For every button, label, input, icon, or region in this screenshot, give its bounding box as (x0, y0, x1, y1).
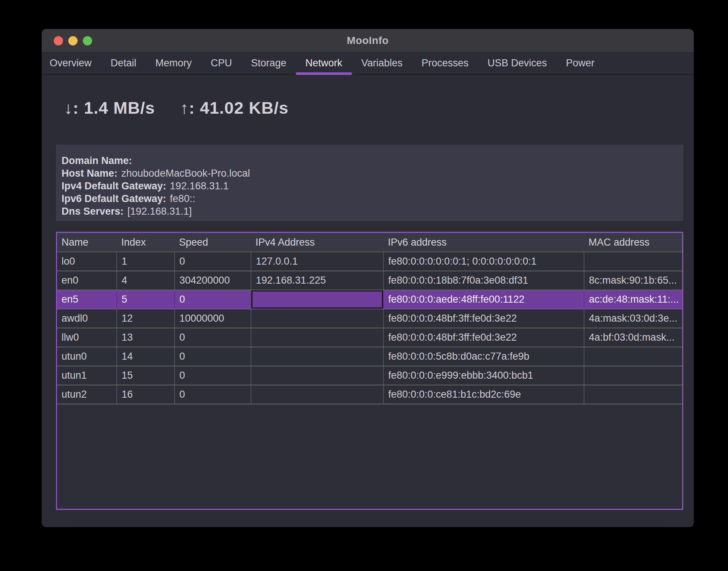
cell-index[interactable]: 1 (117, 252, 175, 271)
table-row[interactable]: en0 4 304200000 192.168.31.225 fe80:0:0:… (57, 271, 682, 290)
info-dns-servers: Dns Servers:[192.168.31.1] (62, 205, 683, 218)
info-label: Ipv6 Default Gateway: (62, 193, 166, 204)
cell-speed[interactable]: 0 (175, 385, 251, 404)
column-header-speed: Speed (175, 233, 251, 252)
tab-cpu[interactable]: CPU (211, 52, 232, 74)
cell-mac[interactable] (584, 252, 682, 271)
column-header-index: Index (117, 233, 175, 252)
table-row[interactable]: utun2 16 0 fe80:0:0:0:ce81:b1c:bd2c:69e (57, 385, 682, 404)
cell-name[interactable]: en0 (57, 271, 117, 290)
network-speed: ↓: 1.4 MB/s ↑: 41.02 KB/s (64, 98, 309, 118)
cell-speed[interactable]: 304200000 (175, 271, 251, 290)
info-value: zhoubodeMacBook-Pro.local (121, 168, 250, 179)
cell-name[interactable]: en5 (57, 290, 117, 309)
cell-ipv4-focused[interactable] (251, 290, 383, 309)
info-ipv4-gateway: Ipv4 Default Gateway:192.168.31.1 (62, 180, 683, 192)
cell-mac[interactable] (584, 366, 682, 385)
cell-index[interactable]: 4 (117, 271, 175, 290)
cell-ipv4[interactable] (251, 309, 383, 328)
column-header-ipv6: IPv6 address (383, 233, 584, 252)
tab-storage[interactable]: Storage (251, 52, 286, 74)
tab-detail[interactable]: Detail (111, 52, 136, 74)
table-row[interactable]: llw0 13 0 fe80:0:0:0:48bf:3ff:fe0d:3e22 … (57, 328, 682, 347)
cell-index[interactable]: 14 (117, 347, 175, 366)
cell-name[interactable]: lo0 (57, 252, 117, 271)
titlebar: MooInfo (42, 29, 694, 53)
cell-ipv6[interactable]: fe80:0:0:0:ce81:b1c:bd2c:69e (383, 385, 584, 404)
cell-name[interactable]: awdl0 (57, 309, 117, 328)
table-row[interactable]: awdl0 12 10000000 fe80:0:0:0:48bf:3ff:fe… (57, 309, 682, 328)
network-info-panel: Domain Name: Host Name:zhoubodeMacBook-P… (56, 145, 683, 221)
cell-ipv6[interactable]: fe80:0:0:0:5c8b:d0ac:c77a:fe9b (383, 347, 584, 366)
cell-ipv4[interactable] (251, 347, 383, 366)
info-value: fe80:: (170, 193, 195, 204)
tab-variables[interactable]: Variables (361, 52, 403, 74)
cell-name[interactable]: utun0 (57, 347, 117, 366)
cell-speed[interactable]: 10000000 (175, 309, 251, 328)
cell-speed[interactable]: 0 (175, 290, 251, 309)
tab-overview[interactable]: Overview (50, 52, 92, 74)
cell-index[interactable]: 16 (117, 385, 175, 404)
cell-ipv6[interactable]: fe80:0:0:0:48bf:3ff:fe0d:3e22 (383, 309, 584, 328)
cell-ipv6[interactable]: fe80:0:0:0:e999:ebbb:3400:bcb1 (383, 366, 584, 385)
info-value: [192.168.31.1] (128, 206, 192, 217)
cell-ipv4[interactable] (251, 328, 383, 347)
info-domain-name: Domain Name: (62, 154, 683, 167)
cell-name[interactable]: utun1 (57, 366, 117, 385)
minimize-button[interactable] (68, 36, 78, 45)
info-label: Dns Servers: (62, 206, 124, 217)
cell-index[interactable]: 13 (117, 328, 175, 347)
cell-ipv6[interactable]: fe80:0:0:0:0:0:0:1; 0:0:0:0:0:0:0:1 (383, 252, 584, 271)
column-header-name: Name (57, 233, 117, 252)
cell-mac[interactable]: ac:de:48:mask:11:... (584, 290, 682, 309)
cell-index[interactable]: 15 (117, 366, 175, 385)
cell-ipv4[interactable] (251, 385, 383, 404)
tab-bar: Overview Detail Memory CPU Storage Netwo… (42, 52, 694, 75)
cell-index[interactable]: 12 (117, 309, 175, 328)
cell-mac[interactable] (584, 347, 682, 366)
cell-mac[interactable]: 4a:bf:03:0d:mask... (584, 328, 682, 347)
cell-ipv6[interactable]: fe80:0:0:0:18b8:7f0a:3e08:df31 (383, 271, 584, 290)
cell-mac[interactable] (584, 385, 682, 404)
tab-memory[interactable]: Memory (156, 52, 192, 74)
upload-speed: ↑: 41.02 KB/s (180, 98, 289, 117)
column-header-ipv4: IPv4 Address (251, 233, 383, 252)
table-row[interactable]: utun0 14 0 fe80:0:0:0:5c8b:d0ac:c77a:fe9… (57, 347, 682, 366)
app-window: MooInfo Overview Detail Memory CPU Stora… (42, 29, 694, 527)
close-button[interactable] (54, 36, 63, 45)
info-label: Ipv4 Default Gateway: (62, 180, 166, 192)
tab-processes[interactable]: Processes (421, 52, 468, 74)
cell-mac[interactable]: 8c:mask:90:1b:65... (584, 271, 682, 290)
tab-power[interactable]: Power (566, 52, 594, 74)
cell-speed[interactable]: 0 (175, 328, 251, 347)
cell-name[interactable]: utun2 (57, 385, 117, 404)
tab-usb-devices[interactable]: USB Devices (487, 52, 547, 74)
desktop-background: MooInfo Overview Detail Memory CPU Stora… (0, 0, 728, 571)
zoom-button[interactable] (83, 36, 92, 45)
cell-ipv6[interactable]: fe80:0:0:0:48bf:3ff:fe0d:3e22 (383, 328, 584, 347)
cell-index[interactable]: 5 (117, 290, 175, 309)
column-header-mac: MAC address (584, 233, 682, 252)
cell-ipv4[interactable]: 127.0.0.1 (251, 252, 383, 271)
info-host-name: Host Name:zhoubodeMacBook-Pro.local (62, 167, 683, 180)
traffic-lights (54, 29, 92, 52)
tab-network[interactable]: Network (305, 52, 342, 74)
cell-speed[interactable]: 0 (175, 252, 251, 271)
table-header-row: Name Index Speed IPv4 Address IPv6 addre… (57, 233, 682, 252)
cell-speed[interactable]: 0 (175, 347, 251, 366)
info-label: Domain Name: (62, 155, 132, 166)
cell-name[interactable]: llw0 (57, 328, 117, 347)
info-ipv6-gateway: Ipv6 Default Gateway:fe80:: (62, 192, 683, 205)
cell-ipv4[interactable] (251, 366, 383, 385)
cell-speed[interactable]: 0 (175, 366, 251, 385)
window-title: MooInfo (347, 35, 389, 47)
cell-ipv4[interactable]: 192.168.31.225 (251, 271, 383, 290)
download-speed: ↓: 1.4 MB/s (64, 98, 155, 117)
info-value: 192.168.31.1 (170, 180, 229, 192)
cell-ipv6[interactable]: fe80:0:0:0:aede:48ff:fe00:1122 (383, 290, 584, 309)
cell-mac[interactable]: 4a:mask:03:0d:3e... (584, 309, 682, 328)
table-row-selected[interactable]: en5 5 0 fe80:0:0:0:aede:48ff:fe00:1122 a… (57, 290, 682, 309)
table-row[interactable]: lo0 1 0 127.0.0.1 fe80:0:0:0:0:0:0:1; 0:… (57, 252, 682, 271)
table-row[interactable]: utun1 15 0 fe80:0:0:0:e999:ebbb:3400:bcb… (57, 366, 682, 385)
info-label: Host Name: (62, 168, 117, 179)
